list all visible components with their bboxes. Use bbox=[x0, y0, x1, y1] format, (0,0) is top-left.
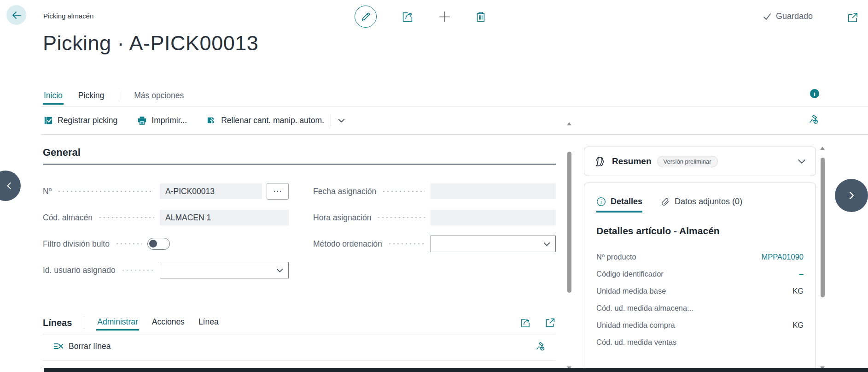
print-button[interactable]: Imprimir... bbox=[137, 115, 187, 126]
save-status-label: Guardado bbox=[776, 12, 813, 21]
chevron-down-icon bbox=[543, 240, 551, 248]
general-section-title[interactable]: General bbox=[43, 147, 556, 165]
new-button[interactable] bbox=[438, 11, 451, 23]
printer-icon bbox=[137, 115, 147, 126]
info-icon[interactable]: i bbox=[810, 89, 819, 98]
register-icon bbox=[43, 115, 53, 126]
tab-mas-opciones[interactable]: Más opciones bbox=[133, 88, 185, 105]
actionbar-divider-line bbox=[41, 134, 868, 135]
chevron-down-icon[interactable] bbox=[338, 117, 345, 124]
back-button[interactable] bbox=[6, 5, 26, 25]
dotted-leader bbox=[121, 269, 154, 271]
copilot-icon bbox=[594, 155, 606, 168]
general-section: General Nº A-PICK00013 ··· Cód. almacén … bbox=[43, 147, 556, 165]
product-no-link[interactable]: MPPA01090 bbox=[762, 253, 804, 261]
scroll-up-arrow[interactable] bbox=[820, 147, 825, 150]
edit-button[interactable] bbox=[355, 6, 377, 28]
assign-time-input[interactable] bbox=[431, 210, 556, 225]
unpin-lines-button[interactable] bbox=[534, 340, 546, 352]
row-label: Nº producto bbox=[596, 253, 636, 261]
unpin-actionbar-button[interactable] bbox=[807, 113, 819, 125]
chevron-down-icon bbox=[797, 157, 806, 166]
assigned-user-dropdown[interactable] bbox=[160, 262, 289, 278]
lines-grid-header-edge bbox=[44, 368, 868, 372]
scroll-up-arrow[interactable] bbox=[567, 122, 571, 125]
action-bar: Registrar picking Imprimir... Rellenar c… bbox=[43, 106, 345, 134]
row-label: Código identificador bbox=[596, 270, 664, 278]
factbox-row: Cód. ud. medida almacena... bbox=[596, 300, 804, 317]
copilot-summary-card: Resumen Versión preliminar bbox=[584, 147, 816, 176]
factbox-row: Unidad medida base KG bbox=[596, 283, 804, 300]
assign-date-input[interactable] bbox=[431, 183, 556, 199]
summary-expand-button[interactable] bbox=[797, 157, 806, 166]
next-record-button[interactable] bbox=[835, 179, 868, 212]
pin-off-icon bbox=[534, 340, 546, 352]
factbox-row-clipped: Cód. ud. medida ventas bbox=[596, 334, 804, 351]
dotted-leader bbox=[382, 190, 425, 192]
warehouse-input[interactable]: ALMACEN 1 bbox=[160, 210, 289, 225]
lines-section: Líneas Administrar Acciones Línea Borrar… bbox=[43, 313, 556, 360]
main-scrollbar[interactable] bbox=[566, 122, 572, 370]
factbox-heading: Detalles artículo - Almacén bbox=[596, 225, 804, 236]
field-sorting-method: Método ordenación bbox=[313, 236, 556, 252]
chevron-down-icon bbox=[276, 266, 284, 274]
dotted-leader bbox=[57, 190, 154, 192]
row-label: Cód. ud. medida ventas bbox=[596, 338, 676, 347]
row-value: KG bbox=[792, 321, 804, 330]
row-label: Cód. ud. medida almacena... bbox=[596, 304, 693, 313]
sorting-method-dropdown[interactable] bbox=[431, 236, 556, 252]
scrollbar-thumb[interactable] bbox=[821, 158, 825, 297]
factbox-details-card: Detalles Datos adjuntos (0) Detalles art… bbox=[584, 183, 816, 372]
factbox-tab-detalles-label: Detalles bbox=[611, 197, 642, 207]
expand-icon bbox=[544, 317, 556, 329]
bin-filter-label: Filtro división bulto bbox=[43, 239, 110, 249]
field-assign-date: Fecha asignación bbox=[313, 183, 556, 199]
register-picking-button[interactable]: Registrar picking bbox=[43, 115, 117, 126]
factbox-scrollbar[interactable] bbox=[819, 147, 826, 370]
delete-line-button[interactable]: Borrar línea bbox=[53, 341, 111, 352]
autofill-qty-button[interactable]: Rellenar cant. manip. autom. bbox=[206, 115, 324, 126]
info-outline-icon bbox=[596, 197, 606, 207]
identifier-code-link[interactable]: – bbox=[799, 270, 804, 278]
scrollbar-thumb[interactable] bbox=[567, 152, 571, 293]
factbox-tab-datos-adjuntos[interactable]: Datos adjuntos (0) bbox=[661, 197, 742, 213]
assigned-user-label: Id. usuario asignado bbox=[43, 266, 116, 275]
sorting-method-label: Método ordenación bbox=[313, 239, 382, 249]
field-bin-filter: Filtro división bulto bbox=[43, 236, 289, 252]
record-toolbar bbox=[355, 4, 487, 30]
toggle-knob bbox=[149, 240, 157, 248]
lines-focus-mode-button[interactable] bbox=[544, 317, 556, 329]
no-input[interactable]: A-PICK00013 bbox=[160, 183, 262, 199]
previous-record-button[interactable] bbox=[0, 171, 21, 201]
lines-menu-linea[interactable]: Línea bbox=[198, 315, 220, 331]
pencil-icon bbox=[361, 12, 371, 22]
factbox-tab-detalles[interactable]: Detalles bbox=[596, 197, 642, 213]
warehouse-label: Cód. almacén bbox=[43, 213, 93, 223]
save-status: Guardado bbox=[763, 12, 813, 21]
lightning-icon bbox=[206, 115, 217, 126]
chevron-left-icon bbox=[5, 181, 15, 191]
lines-section-title[interactable]: Líneas bbox=[43, 318, 72, 328]
plus-icon bbox=[438, 11, 451, 23]
tab-picking[interactable]: Picking bbox=[77, 88, 105, 105]
field-assigned-user: Id. usuario asignado bbox=[43, 262, 289, 278]
factbox-row: Nº producto MPPA01090 bbox=[596, 248, 804, 266]
share-button[interactable] bbox=[401, 10, 414, 24]
no-assist-edit-button[interactable]: ··· bbox=[267, 183, 289, 200]
bin-filter-toggle[interactable] bbox=[147, 238, 170, 250]
row-label: Unidad medida compra bbox=[596, 321, 675, 330]
arrow-left-icon bbox=[11, 10, 22, 21]
delete-button[interactable] bbox=[475, 11, 487, 23]
lines-share-button[interactable] bbox=[519, 317, 531, 329]
trash-icon bbox=[475, 11, 487, 23]
lines-menu-administrar[interactable]: Administrar bbox=[96, 315, 139, 331]
check-icon bbox=[763, 12, 772, 21]
factbox-tab-datos-adjuntos-label: Datos adjuntos (0) bbox=[675, 197, 742, 207]
tab-divider bbox=[119, 90, 119, 102]
dotted-leader bbox=[388, 243, 425, 245]
tab-inicio[interactable]: Inicio bbox=[43, 88, 64, 105]
open-in-new-window-button[interactable] bbox=[846, 12, 859, 24]
factbox-rows: Nº producto MPPA01090 Código identificad… bbox=[596, 248, 804, 351]
action-tab-strip: Inicio Picking Más opciones bbox=[43, 87, 185, 106]
lines-menu-acciones[interactable]: Acciones bbox=[151, 315, 186, 331]
